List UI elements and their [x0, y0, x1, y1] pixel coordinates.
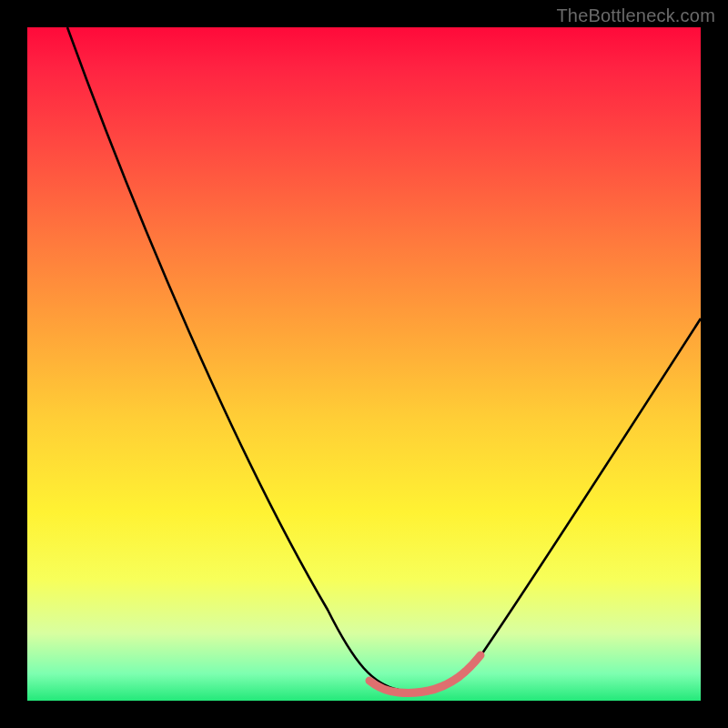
chart-frame: TheBottleneck.com: [0, 0, 728, 728]
curve-accent: [369, 655, 480, 693]
bottleneck-curve: [27, 27, 701, 701]
watermark-text: TheBottleneck.com: [556, 5, 715, 26]
curve-main: [67, 27, 701, 691]
plot-area: [27, 27, 701, 701]
